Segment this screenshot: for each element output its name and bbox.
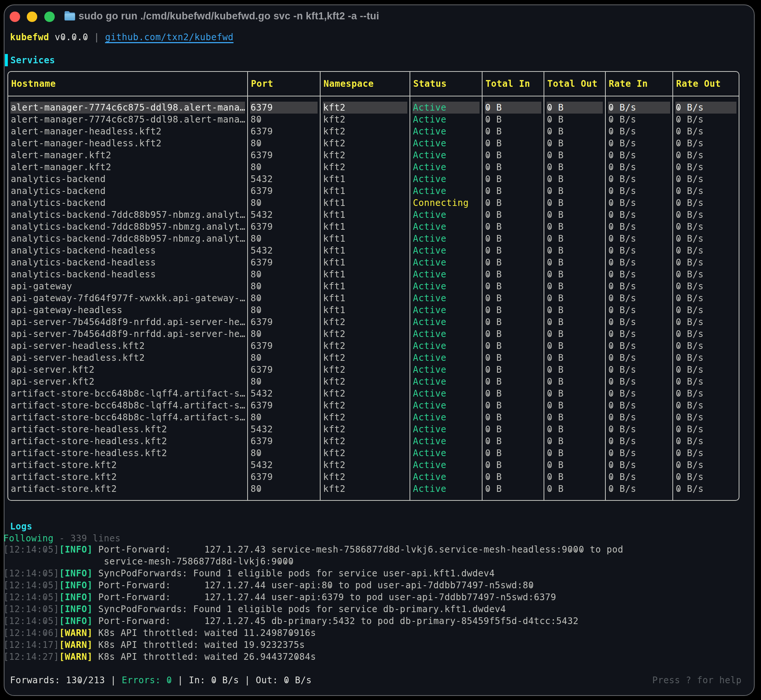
cell-hostname: analytics-backend-headless: [11, 269, 245, 280]
cell-status: Active: [413, 483, 480, 495]
table-row[interactable]: analytics-backend6379kft1Active0 B0 B0 B…: [8, 185, 739, 197]
cell-namespace: kft2: [323, 459, 407, 471]
table-row[interactable]: alert-manager-7774c6c875-ddl98.alert-man…: [8, 114, 739, 125]
cell-rate-in: 0 B/s: [608, 173, 670, 185]
cell-namespace: kft2: [323, 423, 407, 435]
table-row[interactable]: artifact-store.kft25432kft2Active0 B0 B0…: [8, 459, 739, 471]
cell-port: 5432: [250, 388, 317, 400]
column-header-hostname: Hostname: [11, 72, 56, 96]
header-separator: |: [94, 32, 105, 42]
cell-rate-out: 0 B/s: [675, 256, 736, 269]
minimize-button[interactable]: [27, 11, 37, 22]
table-row[interactable]: api-server-7b4564d8f9-nrfdd.api-server-h…: [8, 316, 739, 328]
cell-port: 6379: [250, 316, 317, 328]
cell-total-in: 0 B: [485, 411, 541, 423]
cell-total-out: 0 B: [547, 388, 603, 400]
cell-total-in: 0 B: [485, 280, 541, 292]
cell-total-in: 0 B: [485, 197, 541, 209]
table-row[interactable]: api-server-headless.kft26379kft2Active0 …: [8, 340, 739, 352]
table-row[interactable]: artifact-store-headless.kft280kft2Active…: [8, 447, 739, 459]
table-row[interactable]: artifact-store-bcc648b8c-lqff4.artifact-…: [8, 388, 739, 400]
cell-total-out: 0 B: [547, 316, 603, 328]
table-row[interactable]: analytics-backend5432kft1Active0 B0 B0 B…: [8, 173, 739, 185]
cell-rate-out: 0 B/s: [675, 316, 736, 328]
table-row[interactable]: analytics-backend-headless80kft1Active0 …: [8, 269, 739, 280]
cell-namespace: kft1: [323, 280, 407, 292]
github-link[interactable]: github.com/txn2/kubefwd: [105, 32, 233, 42]
folder-icon: [64, 9, 76, 23]
table-row[interactable]: analytics-backend-7ddc88b957-nbmzg.analy…: [8, 221, 739, 233]
table-row[interactable]: artifact-store.kft26379kft2Active0 B0 B0…: [8, 471, 739, 483]
cell-hostname: artifact-store.kft2: [11, 459, 245, 471]
cell-total-in: 0 B: [485, 161, 541, 173]
table-row[interactable]: api-gateway-headless80kft1Active0 B0 B0 …: [8, 304, 739, 316]
cell-hostname: api-gateway: [11, 280, 245, 292]
cell-rate-in: 0 B/s: [608, 328, 670, 340]
log-level: [INFO]: [59, 616, 93, 626]
table-row[interactable]: artifact-store-bcc648b8c-lqff4.artifact-…: [8, 400, 739, 411]
cell-namespace: kft2: [323, 364, 407, 376]
table-row[interactable]: alert-manager.kft280kft2Active0 B0 B0 B/…: [8, 161, 739, 173]
cell-port: 5432: [250, 209, 317, 221]
cell-total-in: 0 B: [485, 423, 541, 435]
cell-status: Active: [413, 161, 480, 173]
table-row[interactable]: alert-manager-7774c6c875-ddl98.alert-man…: [8, 102, 739, 114]
cell-hostname: api-gateway-7fd64f977f-xwxkk.api-gateway…: [11, 292, 245, 304]
zoom-button[interactable]: [44, 11, 55, 22]
cell-rate-in: 0 B/s: [608, 221, 670, 233]
cell-rate-out: 0 B/s: [675, 125, 736, 138]
cell-total-in: 0 B: [485, 125, 541, 138]
cell-rate-in: 0 B/s: [608, 471, 670, 483]
cell-status: Active: [413, 256, 480, 269]
cell-total-out: 0 B: [547, 471, 603, 483]
cell-status: Active: [413, 209, 480, 221]
table-row[interactable]: api-server.kft280kft2Active0 B0 B0 B/s0 …: [8, 376, 739, 388]
table-row[interactable]: artifact-store-bcc648b8c-lqff4.artifact-…: [8, 411, 739, 423]
cell-port: 80: [250, 376, 317, 388]
cell-rate-in: 0 B/s: [608, 316, 670, 328]
cell-port: 80: [250, 304, 317, 316]
table-row[interactable]: artifact-store-headless.kft25432kft2Acti…: [8, 423, 739, 435]
logs-line-count: - 339 lines: [54, 533, 120, 544]
column-header-rate-in: Rate In: [609, 72, 648, 96]
cell-status: Active: [413, 185, 480, 197]
table-row[interactable]: analytics-backend80kft1Connecting0 B0 B0…: [8, 197, 739, 209]
table-row[interactable]: analytics-backend-headless5432kft1Active…: [8, 245, 739, 256]
log-line: service-mesh-7586877d8d-lvkj6:9000: [3, 556, 294, 567]
table-row[interactable]: analytics-backend-7ddc88b957-nbmzg.analy…: [8, 209, 739, 221]
table-row[interactable]: api-server.kft26379kft2Active0 B0 B0 B/s…: [8, 364, 739, 376]
cell-total-out: 0 B: [547, 304, 603, 316]
folder-front: [65, 14, 75, 21]
cell-port: 5432: [250, 459, 317, 471]
cell-namespace: kft1: [323, 256, 407, 269]
cell-total-in: 0 B: [485, 292, 541, 304]
cell-rate-out: 0 B/s: [675, 245, 736, 256]
cell-rate-out: 0 B/s: [675, 185, 736, 197]
table-row[interactable]: api-gateway80kft1Active0 B0 B0 B/s0 B/s: [8, 280, 739, 292]
table-row[interactable]: alert-manager-headless.kft280kft2Active0…: [8, 138, 739, 149]
cell-rate-in: 0 B/s: [608, 256, 670, 269]
table-row[interactable]: artifact-store.kft280kft2Active0 B0 B0 B…: [8, 483, 739, 495]
cell-total-out: 0 B: [547, 149, 603, 161]
table-row[interactable]: api-server-7b4564d8f9-nrfdd.api-server-h…: [8, 328, 739, 340]
cell-total-in: 0 B: [485, 138, 541, 149]
table-row[interactable]: analytics-backend-headless6379kft1Active…: [8, 256, 739, 269]
table-row[interactable]: analytics-backend-7ddc88b957-nbmzg.analy…: [8, 233, 739, 245]
close-button[interactable]: [10, 11, 20, 22]
cell-rate-out: 0 B/s: [675, 364, 736, 376]
table-row[interactable]: api-server-headless.kft280kft2Active0 B0…: [8, 352, 739, 364]
cell-rate-out: 0 B/s: [675, 280, 736, 292]
table-row[interactable]: alert-manager-headless.kft26379kft2Activ…: [8, 125, 739, 138]
cell-hostname: api-server-7b4564d8f9-nrfdd.api-server-h…: [11, 316, 245, 328]
cell-port: 5432: [250, 173, 317, 185]
table-row[interactable]: api-gateway-7fd64f977f-xwxkk.api-gateway…: [8, 292, 739, 304]
cell-namespace: kft2: [323, 161, 407, 173]
cell-total-out: 0 B: [547, 400, 603, 411]
cell-rate-out: 0 B/s: [675, 209, 736, 221]
table-row[interactable]: alert-manager.kft26379kft2Active0 B0 B0 …: [8, 149, 739, 161]
cell-total-out: 0 B: [547, 364, 603, 376]
cell-status: Active: [413, 149, 480, 161]
table-row[interactable]: artifact-store-headless.kft26379kft2Acti…: [8, 435, 739, 447]
cell-total-in: 0 B: [485, 149, 541, 161]
cell-rate-out: 0 B/s: [675, 388, 736, 400]
